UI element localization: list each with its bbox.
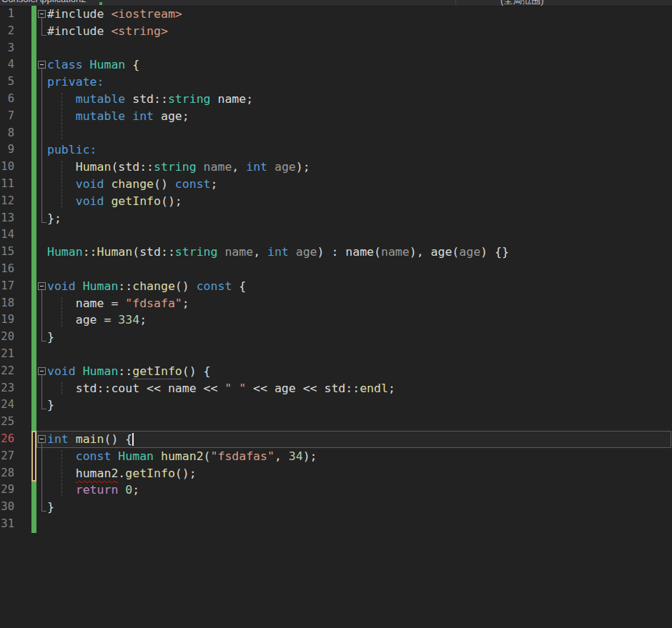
code-line[interactable]: 16	[0, 261, 672, 278]
code-line[interactable]: 19 age = 334;	[0, 311, 672, 329]
line-number[interactable]: 2	[0, 23, 14, 40]
code-line[interactable]: 27 const Human human2("fsdafas", 34);	[0, 448, 672, 465]
code-token: ) : name(	[317, 245, 381, 259]
code-token: () {	[104, 432, 133, 446]
code-token: ) {}	[480, 245, 509, 259]
code-token: getInfo	[125, 467, 175, 480]
line-number[interactable]: 15	[0, 244, 14, 261]
code-line[interactable]: 22void Human::getInfo() {	[0, 363, 672, 380]
line-number[interactable]: 7	[0, 108, 14, 125]
fold-marker-icon[interactable]	[38, 61, 46, 69]
line-number[interactable]: 23	[0, 380, 14, 397]
code-token: public:	[47, 143, 97, 156]
line-number[interactable]: 9	[0, 141, 14, 159]
code-line[interactable]: 13};	[0, 210, 672, 227]
code-token: ;	[139, 313, 147, 327]
code-line[interactable]: 23 std::cout << name << " " << age << st…	[0, 380, 672, 397]
code-token: ,	[253, 245, 267, 259]
code-token: return	[76, 483, 119, 497]
code-token	[104, 177, 112, 191]
fold-marker-icon[interactable]	[38, 435, 46, 443]
code-token: ,	[275, 449, 289, 463]
code-line[interactable]: 31	[0, 516, 672, 533]
line-number[interactable]: 5	[0, 74, 14, 91]
line-number[interactable]: 22	[0, 363, 14, 380]
line-number[interactable]: 16	[0, 261, 14, 278]
code-line[interactable]: 20}	[0, 329, 672, 346]
code-token	[47, 109, 76, 123]
line-number[interactable]: 18	[0, 295, 14, 312]
code-line[interactable]: 3	[0, 40, 672, 57]
code-line[interactable]: 2#include <string>	[0, 23, 672, 40]
line-number[interactable]: 21	[0, 346, 14, 363]
line-number[interactable]: 8	[0, 125, 14, 142]
code-token: (std::	[132, 245, 175, 259]
code-editor[interactable]: 1#include <iostream>2#include <string>34…	[0, 6, 672, 628]
code-token: " "	[224, 382, 246, 395]
line-number[interactable]: 20	[0, 329, 14, 346]
line-number[interactable]: 4	[0, 56, 14, 74]
code-line[interactable]: 10 Human(std::string name, int age);	[0, 159, 672, 176]
code-line[interactable]: 12 void getInfo();	[0, 193, 672, 210]
code-line[interactable]: 6 mutable std::string name;	[0, 91, 672, 108]
line-number[interactable]: 10	[0, 159, 14, 176]
code-line[interactable]: 1#include <iostream>	[0, 6, 672, 23]
code-line[interactable]: 5private:	[0, 74, 672, 91]
code-line[interactable]: 4class Human {	[0, 56, 672, 74]
code-line[interactable]: 26int main() {	[0, 431, 672, 448]
line-number[interactable]: 31	[0, 516, 14, 533]
code-line[interactable]: 24}	[0, 397, 672, 414]
code-token: };	[47, 211, 61, 225]
fold-marker-icon[interactable]	[38, 367, 46, 375]
code-line[interactable]: 15Human::Human(std::string name, int age…	[0, 244, 672, 261]
code-token: );	[303, 449, 317, 463]
line-number[interactable]: 6	[0, 91, 14, 108]
line-number[interactable]: 19	[0, 311, 14, 329]
code-token	[197, 160, 204, 174]
code-line[interactable]: 18 name = "fdsafa";	[0, 295, 672, 312]
code-token: ();	[161, 194, 182, 208]
code-line[interactable]: 8	[0, 125, 672, 142]
line-number[interactable]: 27	[0, 448, 14, 465]
line-number[interactable]: 26	[0, 431, 14, 448]
line-number[interactable]: 17	[0, 278, 14, 295]
code-line[interactable]: 9public:	[0, 141, 672, 159]
code-text: }	[47, 329, 54, 346]
line-number[interactable]: 13	[0, 210, 14, 227]
code-line[interactable]: 25	[0, 414, 672, 431]
code-token: ;	[211, 177, 218, 191]
line-number[interactable]: 1	[0, 6, 14, 23]
code-token: void	[47, 279, 76, 293]
code-line[interactable]: 21	[0, 346, 672, 363]
code-text: Human::Human(std::string name, int age) …	[47, 244, 509, 261]
line-number[interactable]: 12	[0, 193, 14, 210]
code-token: change	[132, 279, 175, 293]
code-line[interactable]: 30}	[0, 499, 672, 516]
code-token: <iostream>	[111, 7, 182, 21]
code-token: age	[296, 245, 317, 259]
code-token	[47, 194, 76, 208]
line-number[interactable]: 25	[0, 414, 14, 431]
code-line[interactable]: 11 void change() const;	[0, 176, 672, 193]
code-token: name	[381, 245, 410, 259]
project-dropdown[interactable]: ConsoleApplication2	[1, 0, 87, 4]
code-token: );	[296, 160, 310, 174]
code-token: int	[267, 245, 289, 259]
code-line[interactable]: 29 return 0;	[0, 482, 672, 499]
line-number[interactable]: 30	[0, 499, 14, 516]
code-text: #include <iostream>	[47, 6, 182, 23]
fold-marker-icon[interactable]	[38, 282, 46, 290]
line-number[interactable]: 29	[0, 482, 14, 499]
code-text: std::cout << name << " " << age << std::…	[47, 380, 395, 397]
code-line[interactable]: 17void Human::change() const {	[0, 278, 672, 295]
line-number[interactable]: 28	[0, 465, 14, 482]
code-line[interactable]: 14	[0, 226, 672, 244]
line-number[interactable]: 24	[0, 397, 14, 414]
line-number[interactable]: 11	[0, 176, 14, 193]
line-number[interactable]: 14	[0, 226, 14, 244]
fold-marker-icon[interactable]	[38, 10, 46, 18]
code-line[interactable]: 28 human2.getInfo();	[0, 465, 672, 482]
line-number[interactable]: 3	[0, 40, 14, 57]
code-line[interactable]: 7 mutable int age;	[0, 108, 672, 125]
code-token	[47, 177, 76, 191]
